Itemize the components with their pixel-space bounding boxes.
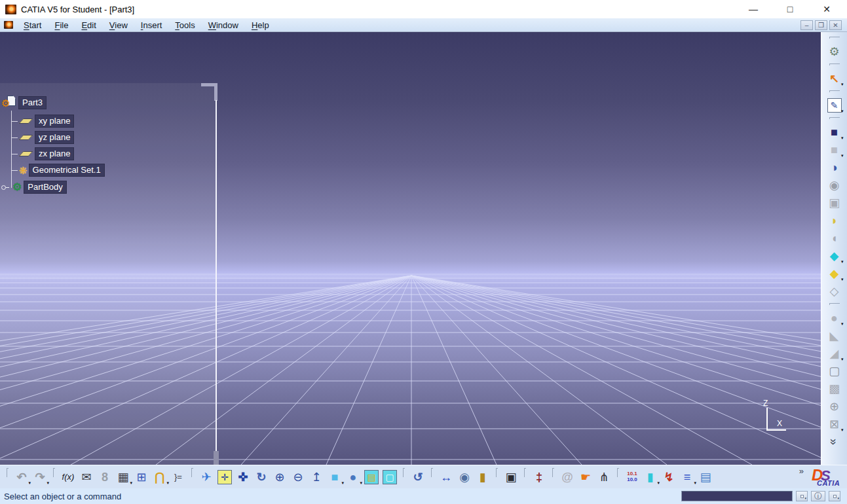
- tree-node-yz-plane[interactable]: yz plane: [35, 131, 74, 144]
- thick-surface-icon[interactable]: ◆▾: [825, 247, 844, 264]
- pan-icon[interactable]: ✜: [234, 468, 252, 486]
- sketch-icon[interactable]: ✎▾: [825, 96, 844, 114]
- iso-view-icon[interactable]: ■▾: [326, 468, 344, 486]
- minimize-button[interactable]: —: [743, 2, 763, 16]
- menu-edit[interactable]: Edit: [75, 19, 102, 31]
- toolbar-handle[interactable]: [53, 468, 55, 477]
- tree-scale-handle[interactable]: [214, 451, 219, 465]
- power-input[interactable]: [681, 491, 793, 501]
- comment-icon[interactable]: ✉: [77, 468, 96, 486]
- mdi-restore-button[interactable]: ❐: [815, 20, 827, 30]
- measure-icon[interactable]: ↔: [437, 468, 455, 486]
- menu-view[interactable]: View: [103, 19, 134, 31]
- toolbar-handle[interactable]: [829, 90, 840, 92]
- design-table-icon[interactable]: ▦▾: [114, 468, 132, 486]
- pocket-icon[interactable]: ■▾: [825, 141, 844, 158]
- trim-icon[interactable]: ◇: [825, 282, 844, 300]
- axis-system-icon[interactable]: ⋔: [595, 468, 613, 486]
- doc-toggle-button[interactable]: ▾: [829, 491, 840, 501]
- knowledge-check-icon[interactable]: 8: [96, 468, 114, 486]
- toolbar-handle[interactable]: [617, 468, 619, 477]
- dimension-grid-icon[interactable]: ‡: [530, 468, 548, 486]
- mdi-close-button[interactable]: ✕: [829, 20, 842, 30]
- maximize-button[interactable]: □: [780, 2, 800, 16]
- swap-visible-space-icon[interactable]: ▢: [381, 468, 399, 486]
- scale-icon[interactable]: ⊠▾: [825, 415, 844, 433]
- close-button[interactable]: ✕: [817, 2, 837, 16]
- circular-pattern-icon[interactable]: ⊕: [825, 397, 844, 415]
- capture-icon[interactable]: ▣: [502, 468, 520, 486]
- structure-list-icon[interactable]: ≡▾: [678, 468, 696, 486]
- toolbar-overflow-chevron[interactable]: »: [799, 466, 804, 476]
- measure-inertia-icon[interactable]: ▮: [474, 468, 492, 486]
- rib-icon[interactable]: ◗: [825, 211, 844, 229]
- exchange-part-icon[interactable]: ▮▾: [641, 468, 660, 486]
- toolbar-handle[interactable]: [552, 468, 554, 477]
- toolbar-handle[interactable]: [829, 303, 840, 305]
- undo-icon[interactable]: ↶▾: [12, 468, 31, 486]
- toolbar-handle[interactable]: [496, 468, 498, 477]
- redo-icon[interactable]: ↷▾: [31, 468, 49, 486]
- toolbar-handle[interactable]: [829, 63, 840, 65]
- slot-icon[interactable]: ◖: [825, 229, 844, 247]
- fillet-icon[interactable]: ●▾: [825, 309, 844, 327]
- measure-item-icon[interactable]: ◉: [455, 468, 474, 486]
- tree-node-geometrical-set[interactable]: Geometrical Set.1: [29, 164, 105, 177]
- draft-icon[interactable]: ◢▾: [825, 344, 844, 362]
- shaft-icon[interactable]: ◑: [825, 158, 844, 176]
- groove-icon[interactable]: ◉: [825, 176, 844, 194]
- tree-node-zx-plane[interactable]: zx plane: [35, 147, 74, 160]
- dialog-toggle-button[interactable]: ▾: [796, 491, 808, 501]
- toolbar-handle[interactable]: [524, 468, 526, 477]
- examine-mode-icon[interactable]: ↺: [409, 468, 427, 486]
- hole-icon[interactable]: ▣: [825, 194, 844, 211]
- toolbar-handle[interactable]: [7, 468, 9, 477]
- reaction-icon[interactable]: ↯: [660, 468, 678, 486]
- catalog-browser-icon[interactable]: ▤: [696, 468, 715, 486]
- formula-icon[interactable]: f(x): [59, 468, 77, 486]
- hide-show-icon[interactable]: ▤: [362, 468, 381, 486]
- shell-icon[interactable]: ▢: [825, 362, 844, 380]
- tree-node-xy-plane[interactable]: xy plane: [35, 115, 74, 128]
- menu-start[interactable]: Start: [17, 19, 48, 31]
- whats-this-button[interactable]: ⓘ: [811, 491, 825, 501]
- snap-dimensions-icon[interactable]: 10.110.0: [623, 468, 641, 486]
- menu-insert[interactable]: Insert: [134, 19, 169, 31]
- normal-view-icon[interactable]: ↥: [307, 468, 326, 486]
- relations-icon[interactable]: ⊞: [132, 468, 151, 486]
- mdi-minimize-button[interactable]: –: [800, 20, 813, 30]
- toolbar-handle[interactable]: [829, 37, 840, 39]
- zoom-out-icon[interactable]: ⊖: [289, 468, 307, 486]
- lock-icon[interactable]: ⋂▾: [151, 468, 169, 486]
- toolbar-handle[interactable]: [829, 117, 840, 119]
- expand-toggle[interactable]: [1, 185, 9, 190]
- ds-catia-logo: DSCATIA: [810, 466, 844, 488]
- fit-all-in-icon[interactable]: ✛: [216, 468, 234, 486]
- toolbar-handle[interactable]: [431, 468, 433, 477]
- menu-tools[interactable]: Tools: [168, 19, 201, 31]
- tree-scale-line[interactable]: [216, 100, 217, 451]
- zoom-in-icon[interactable]: ⊕: [271, 468, 289, 486]
- toolbar-handle[interactable]: [191, 468, 193, 477]
- tools-palette-icon[interactable]: ⚙: [825, 43, 844, 60]
- menu-bar: Start File Edit View Insert Tools Window…: [0, 18, 847, 32]
- rotate-icon[interactable]: ↻: [252, 468, 271, 486]
- 3d-viewport[interactable]: ⚙ Part3 xy plane yz plane: [0, 32, 821, 465]
- split-icon[interactable]: ◆▾: [825, 264, 844, 282]
- menu-file[interactable]: File: [48, 19, 75, 31]
- fly-mode-icon[interactable]: ✈: [197, 468, 216, 486]
- pad-icon[interactable]: ■▾: [825, 123, 844, 141]
- more-tools-icon[interactable]: »: [825, 433, 844, 450]
- toolbar-handle[interactable]: [403, 468, 405, 477]
- render-style-icon[interactable]: ●▾: [344, 468, 362, 486]
- update-icon[interactable]: @: [558, 468, 576, 486]
- manual-update-icon[interactable]: ☛: [576, 468, 595, 486]
- tree-node-part3[interactable]: Part3: [18, 96, 47, 109]
- menu-window[interactable]: Window: [202, 19, 245, 31]
- thickness-icon[interactable]: ▩: [825, 380, 844, 397]
- menu-help[interactable]: Help: [245, 19, 276, 31]
- tree-node-partbody[interactable]: PartBody: [24, 181, 66, 194]
- catalog-icon[interactable]: }=: [169, 468, 187, 486]
- select-icon[interactable]: ↖▾: [825, 69, 844, 87]
- chamfer-icon[interactable]: ◣: [825, 327, 844, 344]
